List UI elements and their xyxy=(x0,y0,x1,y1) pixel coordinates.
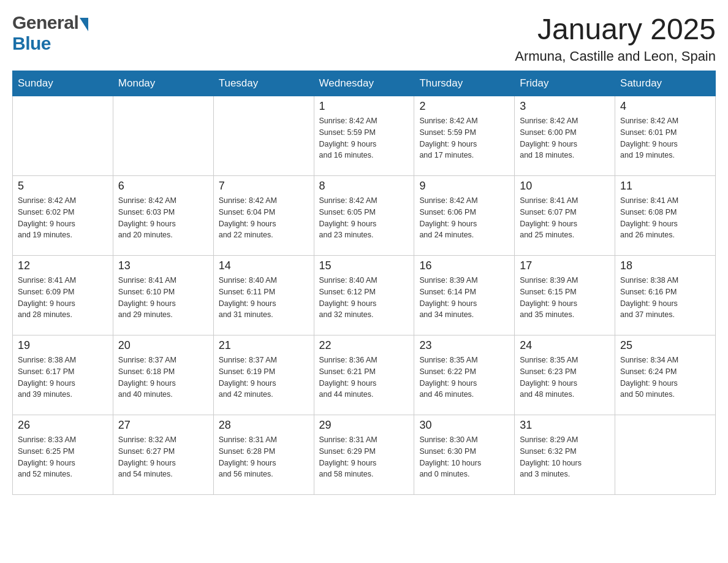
day-cell: 21Sunrise: 8:37 AMSunset: 6:19 PMDayligh… xyxy=(213,335,314,415)
logo-general-text: General xyxy=(12,12,78,33)
day-cell: 3Sunrise: 8:42 AMSunset: 6:00 PMDaylight… xyxy=(515,96,615,176)
header-tuesday: Tuesday xyxy=(213,71,314,96)
day-info: Sunrise: 8:42 AMSunset: 6:04 PMDaylight:… xyxy=(219,195,309,241)
day-info: Sunrise: 8:31 AMSunset: 6:29 PMDaylight:… xyxy=(319,434,409,480)
day-number: 3 xyxy=(520,100,610,113)
day-cell: 10Sunrise: 8:41 AMSunset: 6:07 PMDayligh… xyxy=(515,176,615,256)
day-number: 18 xyxy=(620,259,710,272)
day-cell: 18Sunrise: 8:38 AMSunset: 6:16 PMDayligh… xyxy=(615,256,716,335)
day-cell: 29Sunrise: 8:31 AMSunset: 6:29 PMDayligh… xyxy=(314,415,414,495)
day-cell: 27Sunrise: 8:32 AMSunset: 6:27 PMDayligh… xyxy=(113,415,213,495)
day-cell: 26Sunrise: 8:33 AMSunset: 6:25 PMDayligh… xyxy=(13,415,113,495)
day-info: Sunrise: 8:41 AMSunset: 6:10 PMDaylight:… xyxy=(118,275,208,321)
day-number: 9 xyxy=(419,180,509,193)
day-cell: 4Sunrise: 8:42 AMSunset: 6:01 PMDaylight… xyxy=(615,96,716,176)
logo: General Blue xyxy=(12,12,88,54)
day-number: 15 xyxy=(319,259,409,272)
day-cell: 13Sunrise: 8:41 AMSunset: 6:10 PMDayligh… xyxy=(113,256,213,335)
day-cell xyxy=(213,96,314,176)
day-cell: 16Sunrise: 8:39 AMSunset: 6:14 PMDayligh… xyxy=(414,256,515,335)
day-cell: 1Sunrise: 8:42 AMSunset: 5:59 PMDaylight… xyxy=(314,96,414,176)
day-cell: 31Sunrise: 8:29 AMSunset: 6:32 PMDayligh… xyxy=(515,415,615,495)
day-cell: 28Sunrise: 8:31 AMSunset: 6:28 PMDayligh… xyxy=(213,415,314,495)
day-cell: 11Sunrise: 8:41 AMSunset: 6:08 PMDayligh… xyxy=(615,176,716,256)
day-info: Sunrise: 8:39 AMSunset: 6:15 PMDaylight:… xyxy=(520,275,610,321)
day-cell: 15Sunrise: 8:40 AMSunset: 6:12 PMDayligh… xyxy=(314,256,414,335)
day-info: Sunrise: 8:41 AMSunset: 6:08 PMDaylight:… xyxy=(620,195,710,241)
day-info: Sunrise: 8:42 AMSunset: 5:59 PMDaylight:… xyxy=(319,115,409,161)
day-number: 5 xyxy=(18,180,108,193)
day-cell: 9Sunrise: 8:42 AMSunset: 6:06 PMDaylight… xyxy=(414,176,515,256)
day-info: Sunrise: 8:32 AMSunset: 6:27 PMDaylight:… xyxy=(118,434,208,480)
day-cell: 2Sunrise: 8:42 AMSunset: 5:59 PMDaylight… xyxy=(414,96,515,176)
day-info: Sunrise: 8:41 AMSunset: 6:09 PMDaylight:… xyxy=(18,275,108,321)
day-cell: 24Sunrise: 8:35 AMSunset: 6:23 PMDayligh… xyxy=(515,335,615,415)
day-info: Sunrise: 8:42 AMSunset: 6:00 PMDaylight:… xyxy=(520,115,610,161)
logo-blue-text: Blue xyxy=(12,33,51,53)
calendar-header-row: SundayMondayTuesdayWednesdayThursdayFrid… xyxy=(13,71,716,96)
day-number: 19 xyxy=(18,339,108,352)
header-monday: Monday xyxy=(113,71,213,96)
day-cell: 14Sunrise: 8:40 AMSunset: 6:11 PMDayligh… xyxy=(213,256,314,335)
day-cell: 25Sunrise: 8:34 AMSunset: 6:24 PMDayligh… xyxy=(615,335,716,415)
header-thursday: Thursday xyxy=(414,71,515,96)
day-info: Sunrise: 8:30 AMSunset: 6:30 PMDaylight:… xyxy=(419,434,509,480)
day-number: 6 xyxy=(118,180,208,193)
day-info: Sunrise: 8:33 AMSunset: 6:25 PMDaylight:… xyxy=(18,434,108,480)
header-sunday: Sunday xyxy=(13,71,113,96)
day-number: 28 xyxy=(219,419,309,432)
title-area: January 2025 Armuna, Castille and Leon, … xyxy=(515,12,716,64)
day-number: 16 xyxy=(419,259,509,272)
day-info: Sunrise: 8:42 AMSunset: 6:03 PMDaylight:… xyxy=(118,195,208,241)
day-info: Sunrise: 8:29 AMSunset: 6:32 PMDaylight:… xyxy=(520,434,610,480)
header-friday: Friday xyxy=(515,71,615,96)
week-row-4: 26Sunrise: 8:33 AMSunset: 6:25 PMDayligh… xyxy=(13,415,716,495)
day-cell: 5Sunrise: 8:42 AMSunset: 6:02 PMDaylight… xyxy=(13,176,113,256)
day-info: Sunrise: 8:38 AMSunset: 6:16 PMDaylight:… xyxy=(620,275,710,321)
day-number: 14 xyxy=(219,259,309,272)
day-cell: 7Sunrise: 8:42 AMSunset: 6:04 PMDaylight… xyxy=(213,176,314,256)
day-cell: 30Sunrise: 8:30 AMSunset: 6:30 PMDayligh… xyxy=(414,415,515,495)
day-info: Sunrise: 8:31 AMSunset: 6:28 PMDaylight:… xyxy=(219,434,309,480)
day-cell: 8Sunrise: 8:42 AMSunset: 6:05 PMDaylight… xyxy=(314,176,414,256)
day-info: Sunrise: 8:35 AMSunset: 6:23 PMDaylight:… xyxy=(520,354,610,400)
day-number: 12 xyxy=(18,259,108,272)
day-info: Sunrise: 8:42 AMSunset: 6:05 PMDaylight:… xyxy=(319,195,409,241)
day-number: 25 xyxy=(620,339,710,352)
day-cell: 20Sunrise: 8:37 AMSunset: 6:18 PMDayligh… xyxy=(113,335,213,415)
day-info: Sunrise: 8:42 AMSunset: 6:06 PMDaylight:… xyxy=(419,195,509,241)
day-info: Sunrise: 8:34 AMSunset: 6:24 PMDaylight:… xyxy=(620,354,710,400)
day-info: Sunrise: 8:37 AMSunset: 6:18 PMDaylight:… xyxy=(118,354,208,400)
day-info: Sunrise: 8:40 AMSunset: 6:11 PMDaylight:… xyxy=(219,275,309,321)
day-number: 7 xyxy=(219,180,309,193)
day-cell xyxy=(615,415,716,495)
logo-arrow-icon xyxy=(80,18,88,31)
day-number: 17 xyxy=(520,259,610,272)
day-info: Sunrise: 8:36 AMSunset: 6:21 PMDaylight:… xyxy=(319,354,409,400)
day-info: Sunrise: 8:42 AMSunset: 5:59 PMDaylight:… xyxy=(419,115,509,161)
day-info: Sunrise: 8:42 AMSunset: 6:02 PMDaylight:… xyxy=(18,195,108,241)
day-cell: 17Sunrise: 8:39 AMSunset: 6:15 PMDayligh… xyxy=(515,256,615,335)
week-row-3: 19Sunrise: 8:38 AMSunset: 6:17 PMDayligh… xyxy=(13,335,716,415)
day-number: 29 xyxy=(319,419,409,432)
day-info: Sunrise: 8:38 AMSunset: 6:17 PMDaylight:… xyxy=(18,354,108,400)
day-number: 13 xyxy=(118,259,208,272)
day-number: 31 xyxy=(520,419,610,432)
day-cell: 23Sunrise: 8:35 AMSunset: 6:22 PMDayligh… xyxy=(414,335,515,415)
day-number: 21 xyxy=(219,339,309,352)
header: General Blue January 2025 Armuna, Castil… xyxy=(12,12,716,64)
day-number: 2 xyxy=(419,100,509,113)
day-number: 10 xyxy=(520,180,610,193)
day-cell: 12Sunrise: 8:41 AMSunset: 6:09 PMDayligh… xyxy=(13,256,113,335)
day-info: Sunrise: 8:41 AMSunset: 6:07 PMDaylight:… xyxy=(520,195,610,241)
day-number: 1 xyxy=(319,100,409,113)
day-info: Sunrise: 8:37 AMSunset: 6:19 PMDaylight:… xyxy=(219,354,309,400)
day-cell: 6Sunrise: 8:42 AMSunset: 6:03 PMDaylight… xyxy=(113,176,213,256)
calendar-table: SundayMondayTuesdayWednesdayThursdayFrid… xyxy=(12,71,716,495)
day-number: 26 xyxy=(18,419,108,432)
day-number: 24 xyxy=(520,339,610,352)
header-saturday: Saturday xyxy=(615,71,716,96)
day-number: 23 xyxy=(419,339,509,352)
day-number: 27 xyxy=(118,419,208,432)
day-cell xyxy=(113,96,213,176)
